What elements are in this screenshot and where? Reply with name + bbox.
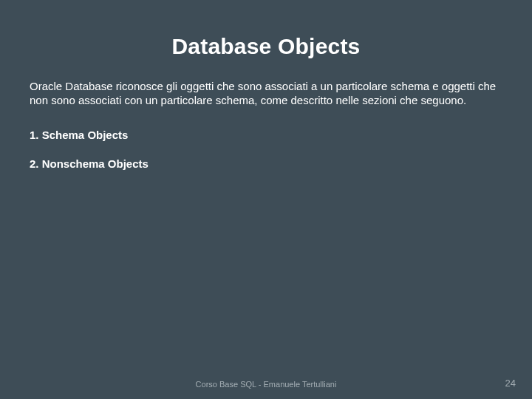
footer-text: Corso Base SQL - Emanuele Tertulliani — [0, 380, 532, 389]
intro-paragraph: Oracle Database riconosce gli oggetti ch… — [30, 80, 502, 108]
page-number: 24 — [505, 378, 516, 389]
list-item: 2. Nonschema Objects — [30, 157, 502, 170]
slide-title: Database Objects — [30, 34, 502, 59]
slide: Database Objects Oracle Database riconos… — [0, 0, 532, 399]
list-item: 1. Schema Objects — [30, 129, 502, 141]
objects-list: 1. Schema Objects 2. Nonschema Objects — [30, 129, 502, 170]
